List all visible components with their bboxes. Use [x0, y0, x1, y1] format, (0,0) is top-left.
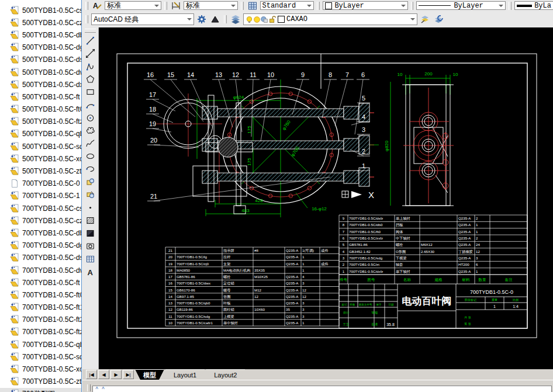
toolbar-grip[interactable] [317, 2, 320, 10]
table-tool-icon[interactable] [84, 252, 98, 265]
file-item[interactable]: 700TYDB1-0.5C-cz [0, 214, 81, 227]
multiline-text-tool-icon[interactable]: A [84, 265, 98, 278]
toolbar-grip[interactable] [85, 15, 88, 23]
gradient-tool-icon[interactable] [84, 227, 98, 240]
workspace-settings-icon[interactable] [196, 13, 208, 26]
file-item[interactable]: 500TYDB1-0.5C-dxfz [0, 78, 81, 91]
layer-control-combo[interactable]: CAXAO [243, 13, 417, 25]
layer-properties-icon[interactable] [230, 13, 241, 26]
file-item[interactable]: 500TYDB1-0.5C-qb [0, 128, 81, 140]
file-item[interactable]: 500TYDB1-0.5C-ftz [0, 116, 81, 128]
spline-tool-icon[interactable] [84, 137, 98, 150]
file-item[interactable]: 500TYDB1-0.5C-ft0 [0, 103, 81, 116]
cad-drawing[interactable]: X [99, 27, 553, 369]
rectangle-tool-icon[interactable] [84, 85, 98, 98]
svg-text:700TYDB1-0.5C/ft0: 700TYDB1-0.5C/ft0 [349, 230, 381, 234]
svg-text:14: 14 [187, 71, 194, 78]
hatch-tool-icon[interactable] [84, 214, 98, 227]
arc-tool-icon[interactable] [84, 98, 98, 111]
file-item[interactable]: 700TYDB1-0.5C-0 [0, 178, 81, 190]
file-item[interactable]: 700TYDB1-0.5C-ft1 [0, 301, 81, 314]
file-item[interactable]: 500TYDB1-0.5C-dwx [0, 66, 81, 78]
toolbar-grip[interactable] [224, 15, 227, 23]
file-item[interactable]: 500TYDB1-0.5C-zt [0, 165, 81, 177]
text-style-icon[interactable]: A [91, 1, 103, 11]
file-item[interactable]: 700TYDB1-0.5C-ftz [0, 326, 81, 338]
toolbar-grip[interactable] [85, 29, 96, 33]
svg-text:15: 15 [168, 288, 172, 292]
ellipse-tool-icon[interactable] [84, 150, 98, 162]
svg-text:O形圈: O形圈 [396, 249, 406, 254]
circle-tool-icon[interactable] [84, 111, 98, 124]
linetype-control-combo[interactable]: ByLayer [416, 1, 506, 10]
file-item[interactable]: 500TYDB1-0.5C-cz [0, 16, 81, 29]
file-item[interactable]: 700TYDB1-0.5C-qb [0, 338, 81, 351]
insert-block-tool-icon[interactable] [84, 175, 98, 188]
file-item[interactable]: 500TYDB1-0.5C-xc [0, 152, 81, 165]
revision-cloud-tool-icon[interactable] [84, 124, 98, 137]
svg-text:6: 6 [361, 71, 365, 78]
file-item[interactable]: 700TYDB1-0.5C-dwx [0, 264, 81, 276]
command-input[interactable]: ^ ^ [92, 386, 552, 392]
text-style-combo[interactable]: 标准 [105, 1, 161, 10]
tab-Layout2[interactable]: Layout2 [206, 369, 245, 380]
toolbar-grip[interactable] [411, 2, 414, 10]
lineweight-control-combo[interactable]: ByLa [514, 1, 553, 10]
file-item[interactable]: 700TYDB1-0.5C-ft2 [0, 314, 81, 326]
sheet-set-icon[interactable] [209, 13, 221, 26]
file-item[interactable]: 700TYDB1-0.5C-1 [0, 190, 81, 202]
file-item[interactable]: 700TYDB1-0.5C-sdg [0, 351, 81, 363]
tab-模型[interactable]: 模型 [135, 369, 164, 380]
polygon-tool-icon[interactable] [84, 72, 98, 85]
file-item[interactable]: 700TYDB1-0.5C-cs [0, 202, 81, 214]
ellipse-arc-tool-icon[interactable] [84, 162, 98, 175]
file-item[interactable]: 500TYDB1-0.5C-dg [0, 41, 81, 54]
line-tool-icon[interactable] [84, 34, 98, 47]
toolbar-grip[interactable] [85, 2, 88, 10]
file-item[interactable]: 700TYDB1-0.5C-zt [0, 376, 81, 388]
color-control-combo[interactable]: ByLayer [323, 1, 407, 10]
file-item[interactable]: 700TYDB1-0.5C-xc [0, 363, 81, 375]
file-item[interactable]: 700TYDB1-0.5C-dsfz [0, 252, 81, 264]
svg-text:7: 7 [343, 230, 345, 234]
tab-nav-button[interactable]: ◀ [98, 370, 109, 379]
dim-style-icon[interactable] [170, 1, 182, 11]
make-layer-current-icon[interactable] [419, 13, 431, 26]
file-item[interactable]: 500TYDB1-0.5C-cs [0, 4, 81, 16]
layer-previous-icon[interactable] [433, 13, 444, 26]
balloon-callouts: 161514131211109876171819202154321 [144, 71, 370, 201]
file-item[interactable]: 500TYDB1-0.5C-sdg [0, 140, 81, 152]
point-tool-icon[interactable] [84, 201, 98, 214]
toolbar-grip[interactable] [87, 384, 91, 391]
file-item[interactable]: 700TYDB1-0.5C-dg [0, 240, 81, 252]
file-item[interactable]: 500TYDB1-0.5C-ft [0, 91, 81, 103]
file-item[interactable]: 700TYDB1-0.5C-ft0 [0, 289, 81, 301]
tab-Layout1[interactable]: Layout1 [165, 369, 205, 380]
svg-text:700TYDB1-0.5C/zj0: 700TYDB1-0.5C/zj0 [177, 262, 209, 266]
file-item[interactable]: 700TYDB1-0.5C-db [0, 227, 81, 239]
toolbar-grip[interactable] [164, 2, 167, 10]
file-item[interactable]: 700装配图 [0, 388, 81, 392]
dim-style-combo[interactable]: 标准 [184, 1, 238, 10]
polyline-tool-icon[interactable] [84, 60, 98, 72]
table-style-combo[interactable]: Standard [260, 1, 314, 10]
model-space-canvas[interactable]: X [99, 27, 553, 369]
file-item[interactable]: 500TYDB1-0.5C-db [0, 29, 81, 41]
toolbar-grip[interactable] [509, 2, 511, 10]
tab-nav-button[interactable]: |◀ [86, 370, 97, 379]
svg-text:14: 14 [168, 294, 172, 299]
svg-text:Q235-A: Q235-A [286, 288, 299, 292]
construction-line-tool-icon[interactable] [84, 47, 98, 60]
svg-text:阀体: 阀体 [396, 230, 403, 234]
table-style-icon[interactable] [247, 1, 258, 11]
region-tool-icon[interactable] [84, 240, 98, 252]
file-item[interactable]: 700TYDB1-0.5C-ft [0, 276, 81, 289]
file-item[interactable]: 500TYDB1-0.5C-dsfz [0, 54, 81, 66]
toolbar-grip[interactable] [241, 2, 244, 10]
workspace-combo[interactable]: AutoCAD 经典 [91, 13, 194, 25]
make-block-tool-icon[interactable] [84, 188, 98, 201]
tab-nav-button[interactable]: ▶ [110, 370, 122, 379]
svg-text:13: 13 [168, 301, 172, 305]
svg-text:数量: 数量 [478, 277, 487, 282]
tab-nav-button[interactable]: ▶| [123, 370, 134, 379]
